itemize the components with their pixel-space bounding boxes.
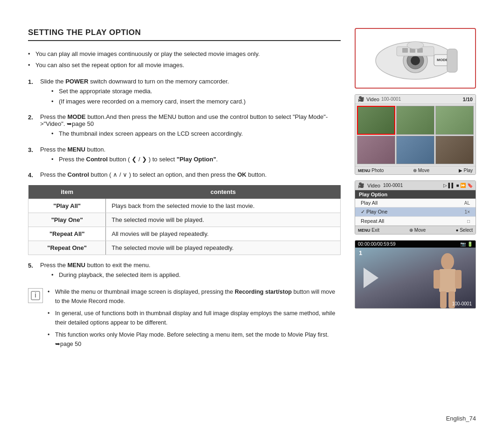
table-cell-contents: The selected movie will be played repeat…: [106, 241, 341, 255]
note-item-2: In general, use of functions both in thu…: [48, 309, 341, 327]
svg-point-6: [411, 56, 420, 65]
video-panel-footer: MENU Photo ⊕ Move ▶ Play: [355, 166, 476, 174]
camera-panel: MODE: [355, 28, 476, 89]
thumbnail-grid: [355, 104, 476, 166]
footer-menu-move-label: Move: [414, 228, 426, 233]
playback-panel: 00:00:00/00:59:59 📷 🔋 1 100-0001: [355, 240, 476, 309]
step-1-body: Slide the POWER switch downward to turn …: [40, 78, 245, 107]
table-row: "Repeat One" The selected movie will be …: [28, 241, 341, 255]
step-5: 5. Press the MENU button to exit the men…: [28, 262, 341, 281]
thumb-3: [435, 106, 474, 135]
svg-rect-16: [439, 269, 456, 292]
thumb-6: [435, 136, 474, 165]
playback-counter: 1: [359, 249, 362, 256]
table-cell-item: "Repeat All": [28, 227, 106, 241]
footer-menu-move: ⊕ Move: [409, 228, 426, 233]
svg-rect-18: [455, 270, 462, 289]
move-icon: ⊕: [413, 168, 417, 173]
footer-select-label: Select: [460, 228, 473, 233]
menu-header-left: 🎥 Video 100-0001: [358, 182, 403, 188]
step-2-sub-1: The thumbnail index screen appears on th…: [51, 129, 341, 138]
table-row: "Repeat All" All movies will be played r…: [28, 227, 341, 241]
video-counter: 100-0001: [381, 97, 401, 102]
footer-photo: MENU Photo: [358, 168, 384, 173]
menu-panel-footer: MENU Exit ⊕ Move ● Select: [355, 226, 476, 234]
menu-video-icon: 🎥: [358, 182, 364, 188]
step-4: 4. Press the Control button ( ∧ / ∨ ) to…: [28, 171, 341, 179]
table-cell-item: "Repeat One": [28, 241, 106, 255]
note-item-3: This function works only Movie Play mode…: [48, 330, 341, 349]
step-2-number: 2.: [28, 114, 37, 121]
svg-rect-17: [434, 270, 440, 289]
step-2: 2. Press the MODE button.And then press …: [28, 113, 341, 139]
footer-play-label: Play: [464, 168, 473, 173]
section-title: SETTING THE PLAY OPTION: [28, 28, 341, 41]
main-content: SETTING THE PLAY OPTION You can play all…: [28, 28, 341, 352]
table-cell-contents: The selected movie will be played.: [106, 213, 341, 227]
step-1-number: 1.: [28, 78, 37, 85]
table-cell-contents: Plays back from the selected movie to th…: [106, 199, 341, 213]
page-number: English_74: [446, 415, 476, 422]
svg-point-14: [407, 41, 424, 49]
thumb-5: [396, 136, 434, 165]
step-5-sub-1: During playback, the selected item is ap…: [51, 270, 181, 280]
menu-label: MENU: [358, 228, 371, 233]
menu-panel-header: 🎥 Video 100-0001 ▷ ▌▌ ■ ⏩ 🔖: [355, 181, 476, 190]
playback-timecode: 00:00:00/00:59:59: [358, 242, 396, 247]
menu-item-play-all-label: Play All: [361, 200, 378, 206]
intro-bullets: You can play all movie images continuous…: [28, 49, 341, 69]
playback-screen: 1 100-0001: [355, 248, 476, 308]
footer-exit-label: Exit: [371, 228, 379, 233]
menu-item-repeat-all-icon: □: [467, 219, 470, 224]
table-header-contents: contents: [106, 185, 341, 199]
menu-item-play-all-icon: AL: [464, 200, 470, 206]
note-box: While the menu or thumbnail image screen…: [28, 287, 341, 352]
menu-header-icons: ▷ ▌▌ ■ ⏩ 🔖: [443, 183, 473, 188]
svg-point-15: [441, 253, 454, 270]
thumb-1: [357, 106, 395, 135]
svg-point-2: [35, 292, 36, 293]
step-1-sub-2: (If images were recorded on a memory car…: [51, 97, 245, 106]
menu-counter: 100-0001: [383, 183, 403, 188]
play-arrow-icon: [364, 268, 378, 288]
step-3-number: 3.: [28, 146, 37, 153]
step-5-body: Press the MENU button to exit the menu. …: [40, 262, 181, 281]
step-1-sub-1: Set the appropriate storage media.: [51, 87, 245, 96]
step-4-body: Press the Control button ( ∧ / ∨ ) to se…: [40, 171, 266, 178]
right-panel: MODE 🎥 Video 100-0001 1/10: [355, 28, 476, 352]
playback-icons: 📷 🔋: [460, 242, 473, 247]
video-label: Video: [366, 97, 379, 102]
menu-video-label: Video: [367, 183, 380, 188]
intro-bullet-2: You can also set the repeat option for a…: [28, 61, 341, 70]
svg-text:MODE: MODE: [437, 58, 448, 62]
menu-item-play-one-label: ✓ Play One: [361, 209, 387, 215]
table-cell-contents: All movies will be played repeatedly.: [106, 227, 341, 241]
table-row: "Play All" Plays back from the selected …: [28, 199, 341, 213]
menu-submenu-title: Play Option: [355, 190, 476, 199]
note-icon: [28, 288, 43, 303]
table-cell-item: "Play One": [28, 213, 106, 227]
footer-move-label: Move: [418, 168, 429, 173]
thumb-2: [396, 106, 434, 135]
video-icon: 🎥: [358, 96, 364, 102]
svg-rect-10: [447, 49, 457, 72]
step-3: 3. Press the MENU button. Press the Cont…: [28, 146, 341, 165]
video-panel-header: 🎥 Video 100-0001 1/10: [355, 95, 476, 104]
steps-container: 1. Slide the POWER switch downward to tu…: [28, 78, 341, 179]
step-4-number: 4.: [28, 172, 37, 179]
footer-select: ● Select: [455, 228, 473, 233]
camera-illustration: MODE: [369, 35, 462, 82]
table-row: "Play One" The selected movie will be pl…: [28, 213, 341, 227]
table-header-item: item: [28, 185, 106, 199]
step-1: 1. Slide the POWER switch downward to tu…: [28, 78, 341, 107]
playback-header: 00:00:00/00:59:59 📷 🔋: [355, 241, 476, 248]
table-cell-item: "Play All": [28, 199, 106, 213]
menu-item-play-one-icon: 1×: [465, 209, 470, 214]
play-icon: ▶: [459, 168, 462, 173]
playback-id: 100-0001: [452, 301, 472, 306]
step-2-body: Press the MODE button.And then press the…: [40, 113, 341, 139]
menu-item-play-all: Play All AL: [355, 199, 476, 207]
menu-panel: 🎥 Video 100-0001 ▷ ▌▌ ■ ⏩ 🔖 Play Option …: [355, 180, 476, 235]
svg-rect-19: [440, 291, 447, 308]
footer-play: ▶ Play: [459, 168, 473, 173]
